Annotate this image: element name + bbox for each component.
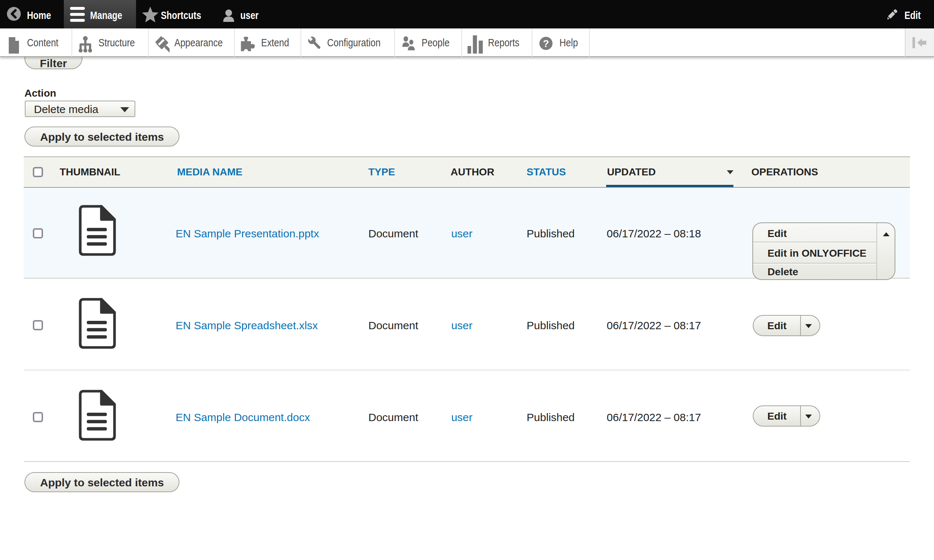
svg-text:?: ?	[543, 38, 549, 49]
